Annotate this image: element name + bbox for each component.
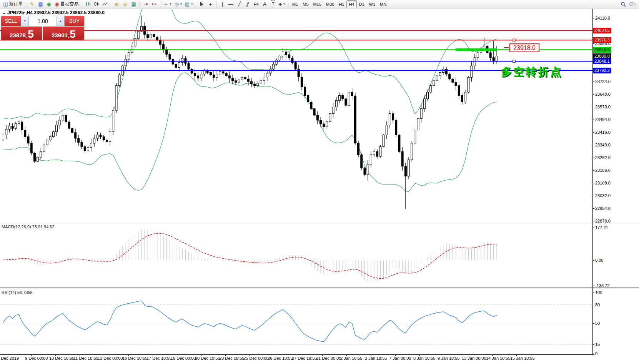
volume-input[interactable]: 1.00 xyxy=(29,16,57,26)
toolbar-separator xyxy=(26,1,26,7)
auto-scroll-icon: ⇥ xyxy=(143,1,148,8)
timeframe-m1-button[interactable]: M1 xyxy=(290,0,300,8)
main-toolbar: ◫ 新订单 ✎ ▦ ◉ ◉ 自动交易 ⊕ ⊖ ▦ ⇥ ↦ ＋▾ ◷▾ ▨▾ xyxy=(0,0,639,8)
crosshair-tool-button[interactable]: ＋ xyxy=(206,0,215,8)
one-click-trading-panel: SELL ▼ 1.00 ▲ BUY 23878 . 5 23901 . 5 xyxy=(1,16,84,40)
zoom-out-button[interactable]: ⊖ xyxy=(121,0,130,8)
candlestick-chart-button[interactable] xyxy=(92,0,101,8)
timeframe-mn-button[interactable]: MN xyxy=(378,0,389,8)
arrows-tool[interactable]: ◆▾ xyxy=(277,0,286,8)
chevron-down-icon: ▾ xyxy=(180,2,182,6)
price-pane[interactable] xyxy=(0,9,592,222)
indicators-button[interactable]: ＋▾ xyxy=(162,0,173,8)
chevron-down-icon: ▾ xyxy=(170,2,171,6)
signals-button[interactable]: ◉ xyxy=(45,0,53,8)
fibonacci-icon: F≡ xyxy=(254,1,259,8)
price-callout[interactable]: 23918.0 xyxy=(509,43,539,52)
bar-chart-button[interactable] xyxy=(84,0,92,8)
sell-button[interactable]: SELL xyxy=(1,16,21,26)
new-order-button[interactable]: ◫ 新订单 xyxy=(2,0,24,8)
autotrading-label: 自动交易 xyxy=(60,1,79,7)
buy-price-dot: . xyxy=(68,34,69,39)
rsi-indicator-label: RSI(14) 56.7355 xyxy=(2,290,33,295)
chart-shift-icon: ↦ xyxy=(152,1,156,8)
toolbar-separator xyxy=(140,1,140,7)
terminal-button[interactable]: ▦ xyxy=(36,0,45,8)
horizontal-line-icon: — xyxy=(228,1,233,8)
equidistant-channel-icon: ∥ xyxy=(245,1,250,8)
chart-shift-button[interactable]: ↦ xyxy=(150,0,158,8)
line-chart-icon xyxy=(102,2,108,7)
chinese-annotation[interactable]: 多空转折点 xyxy=(501,65,562,79)
timeframe-m5-button[interactable]: M5 xyxy=(300,0,311,8)
callout-connector xyxy=(504,47,509,48)
new-order-icon: ◫ xyxy=(3,1,8,8)
volume-increase-button[interactable]: ▲ xyxy=(57,16,65,26)
rsi-pane[interactable] xyxy=(0,289,592,354)
sell-price-button[interactable]: 23878 . 5 xyxy=(1,27,42,40)
cursor-icon xyxy=(200,2,204,7)
indicators-icon: ＋ xyxy=(163,1,168,8)
fibonacci-tool[interactable]: F≡ xyxy=(252,0,260,8)
buy-button[interactable]: BUY xyxy=(65,16,84,26)
autotrading-button[interactable]: ◉ 自动交易 xyxy=(53,0,80,8)
volume-decrease-button[interactable]: ▼ xyxy=(21,16,29,26)
chevron-down-icon: ▾ xyxy=(191,2,193,6)
trendline-tool[interactable]: ╱ xyxy=(235,0,243,8)
clock-icon: ◷ xyxy=(175,1,179,8)
timeframe-d1-button[interactable]: D1 xyxy=(357,0,367,8)
line-chart-button[interactable] xyxy=(101,0,109,8)
pane-separator[interactable] xyxy=(0,222,639,223)
toolbar-separator xyxy=(111,1,111,7)
new-order-label: 新订单 xyxy=(9,1,23,7)
sell-price-frac: 5 xyxy=(28,29,34,39)
cursor-tool-button[interactable] xyxy=(198,0,206,8)
arrows-icon: ◆ xyxy=(279,1,282,8)
channel-tool[interactable]: ∥ xyxy=(243,0,252,8)
tile-windows-button[interactable]: ▦ xyxy=(130,0,138,8)
zoom-in-icon: ⊕ xyxy=(115,1,119,8)
text-label-icon: T xyxy=(271,0,275,8)
search-icon xyxy=(621,2,626,7)
chart-title: ▲JPN225-,H4 23902.5 23942.5 23862.5 2388… xyxy=(2,10,105,15)
tile-windows-icon: ▦ xyxy=(131,1,136,8)
template-icon: ▨ xyxy=(185,1,190,8)
timeframe-h1-button[interactable]: H1 xyxy=(336,0,346,8)
chevron-down-icon: ▾ xyxy=(283,2,285,6)
buy-price-button[interactable]: 23901 . 5 xyxy=(43,27,84,40)
sell-price-int: 23878 xyxy=(10,32,26,39)
templates-button[interactable]: ▨▾ xyxy=(183,0,194,8)
pane-separator[interactable] xyxy=(0,288,639,289)
auto-scroll-button[interactable]: ⇥ xyxy=(141,0,150,8)
chat-button[interactable] xyxy=(627,0,637,8)
timeframe-h4-button[interactable]: H4 xyxy=(346,0,356,8)
timeframe-m30-button[interactable]: M30 xyxy=(324,0,336,8)
chart-window[interactable]: 24110.023956.023724.023648.023570.023494… xyxy=(0,8,639,364)
zoom-in-button[interactable]: ⊕ xyxy=(113,0,121,8)
timeframe-w1-button[interactable]: W1 xyxy=(367,0,378,8)
timeframe-m15-button[interactable]: M15 xyxy=(311,0,324,8)
text-label-tool[interactable]: T xyxy=(269,0,277,8)
text-icon: A xyxy=(263,1,266,8)
vertical-line-tool[interactable]: | xyxy=(218,0,226,8)
symbol-arrow-icon: ▲ xyxy=(2,11,6,15)
toolbar-separator xyxy=(288,1,288,7)
candlestick-chart-icon xyxy=(94,2,99,7)
zoom-out-icon: ⊖ xyxy=(123,1,127,8)
metaeditor-button[interactable]: ✎ xyxy=(28,0,36,8)
crosshair-icon: ＋ xyxy=(208,1,213,8)
time-axis[interactable] xyxy=(0,354,592,364)
toolbar-separator xyxy=(216,1,216,7)
text-tool[interactable]: A xyxy=(260,0,269,8)
search-button[interactable] xyxy=(619,0,627,8)
periods-button[interactable]: ◷▾ xyxy=(173,0,183,8)
macd-pane[interactable] xyxy=(0,223,592,288)
buy-price-frac: 5 xyxy=(70,29,76,39)
toolbar-separator xyxy=(82,1,82,7)
mt4-window: ◫ 新订单 ✎ ▦ ◉ ◉ 自动交易 ⊕ ⊖ ▦ ⇥ ↦ ＋▾ ◷▾ ▨▾ xyxy=(0,0,639,364)
trendline-icon: ╱ xyxy=(238,1,241,8)
price-axis[interactable] xyxy=(592,9,639,354)
horizontal-line-tool[interactable]: — xyxy=(226,0,235,8)
toolbar-separator xyxy=(160,1,160,7)
bar-chart-icon xyxy=(85,2,91,7)
